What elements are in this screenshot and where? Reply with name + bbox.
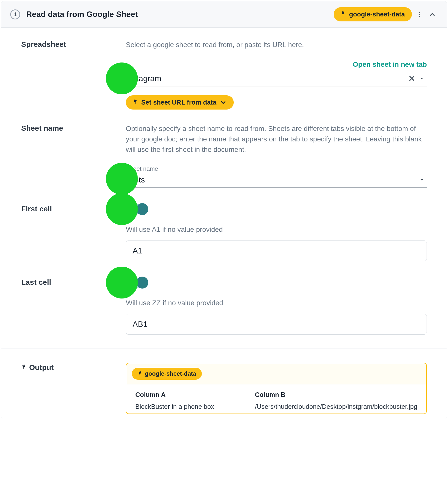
- output-data-badge-label: google-sheet-data: [145, 370, 196, 377]
- chevron-down-icon: [220, 99, 227, 106]
- output-label-text: Output: [29, 363, 54, 372]
- clear-icon[interactable]: [407, 73, 417, 83]
- output-column: Column A BlockBuster in a phone box: [135, 391, 250, 411]
- toggle-knob: [136, 203, 148, 215]
- svg-point-1: [419, 14, 420, 15]
- dropdown-icon[interactable]: [417, 73, 427, 83]
- panel-body: Spreadsheet Select a google sheet to rea…: [1, 28, 447, 419]
- sheet-name-field-label: Sheet name: [126, 165, 427, 172]
- collapse-toggle[interactable]: [427, 9, 438, 20]
- column-head: Column B: [255, 391, 417, 399]
- data-source-badge-label: google-sheet-data: [349, 10, 405, 18]
- set-sheet-url-button[interactable]: Set sheet URL from data: [126, 95, 234, 110]
- column-head: Column A: [135, 391, 250, 399]
- highlight-marker: [106, 267, 138, 299]
- highlight-marker: [106, 193, 138, 225]
- output-label: Output: [21, 363, 126, 372]
- output-column: Column B /Users/thudercloudone/Desktop/i…: [255, 391, 417, 411]
- first-cell-row: First cell Will use A1 if no value provi…: [21, 202, 427, 261]
- column-value: /Users/thudercloudone/Desktop/instgram/b…: [255, 402, 417, 411]
- open-sheet-link[interactable]: Open sheet in new tab: [353, 60, 427, 68]
- column-value: BlockBuster in a phone box: [135, 402, 250, 411]
- panel-header: 1 Read data from Google Sheet google-she…: [1, 1, 447, 28]
- output-data-badge[interactable]: google-sheet-data: [132, 368, 202, 380]
- panel-title: Read data from Google Sheet: [26, 10, 334, 19]
- last-cell-hint: Will use ZZ if no value provided: [126, 299, 427, 307]
- spreadsheet-desc: Select a google sheet to read from, or p…: [126, 40, 427, 50]
- toggle-knob: [136, 277, 148, 289]
- output-row: Output google-sheet-data Column A: [21, 349, 427, 414]
- spreadsheet-select[interactable]: [126, 70, 427, 86]
- svg-point-0: [419, 12, 420, 13]
- spreadsheet-input[interactable]: [126, 74, 407, 83]
- first-cell-hint: Will use A1 if no value provided: [126, 226, 427, 234]
- step-number-badge: 1: [10, 9, 20, 19]
- output-box: google-sheet-data Column A BlockBuster i…: [126, 363, 427, 414]
- data-source-badge[interactable]: google-sheet-data: [334, 7, 412, 21]
- sheet-name-input[interactable]: [126, 175, 417, 184]
- spreadsheet-label: Spreadsheet: [21, 40, 126, 49]
- plug-icon: [133, 98, 138, 107]
- highlight-marker: [106, 163, 138, 195]
- step-panel: 1 Read data from Google Sheet google-she…: [1, 1, 447, 419]
- plug-icon: [341, 10, 346, 18]
- set-sheet-url-label: Set sheet URL from data: [141, 99, 216, 106]
- sheet-name-select[interactable]: [126, 172, 427, 188]
- more-menu-button[interactable]: [414, 9, 425, 20]
- sheet-name-row: Sheet name Optionally specify a sheet na…: [21, 123, 427, 188]
- dropdown-icon[interactable]: [417, 175, 427, 185]
- first-cell-input[interactable]: [126, 240, 427, 261]
- last-cell-input[interactable]: [126, 314, 427, 335]
- plug-icon: [137, 370, 142, 378]
- last-cell-row: Last cell Will use ZZ if no value provid…: [21, 275, 427, 335]
- sheet-name-label: Sheet name: [21, 123, 126, 132]
- svg-point-2: [419, 16, 420, 17]
- plug-icon: [21, 363, 26, 372]
- highlight-marker: [106, 62, 138, 94]
- sheet-name-desc: Optionally specify a sheet name to read …: [126, 123, 427, 155]
- spreadsheet-row: Spreadsheet Select a google sheet to rea…: [21, 40, 427, 110]
